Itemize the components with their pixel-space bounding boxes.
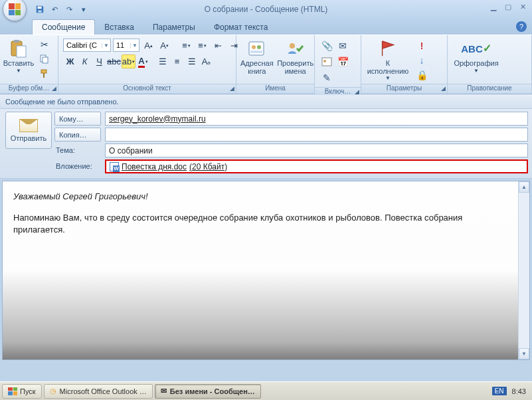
ribbon-tabstrip: Сообщение Вставка Параметры Формат текст… — [0, 19, 532, 35]
start-button[interactable]: Пуск — [2, 384, 42, 399]
close-button[interactable]: ✕ — [517, 3, 528, 11]
attachment-item[interactable]: Повестка дня.doc (20 Кбайт) — [110, 162, 227, 171]
svg-point-15 — [323, 60, 326, 62]
outdent-icon[interactable]: ⇤ — [211, 39, 225, 52]
cc-field[interactable] — [105, 128, 528, 142]
message-body[interactable]: Уважаемый Сергей Григорьевич! Напоминаю … — [3, 181, 518, 359]
svg-rect-7 — [41, 70, 46, 73]
maximize-button[interactable]: ▢ — [503, 3, 513, 11]
bullets-icon[interactable]: ≡▾ — [179, 39, 193, 52]
group-followup: К исполнению ▼ ! ↓ 🔒 Параметры◢ — [361, 35, 448, 94]
address-book-button[interactable]: Адресная книга — [239, 37, 275, 76]
align-left-icon[interactable]: ☰ — [155, 54, 169, 68]
cut-icon[interactable]: ✂ — [38, 38, 51, 51]
followup-label: К исполнению — [367, 60, 409, 75]
align-right-icon[interactable]: ☰ — [185, 54, 199, 68]
scroll-up-icon[interactable]: ▲ — [519, 181, 529, 193]
group-font: Calibri (С▼ 11▼ A▴ A▾ ≡▾ ≡▾ ⇤ ⇥ Ж К Ч ab… — [58, 35, 236, 94]
check-names-icon — [285, 38, 306, 59]
bold-button[interactable]: Ж — [63, 54, 77, 68]
attachment-filename: Повестка дня.doc — [122, 162, 187, 171]
send-button[interactable]: Отправить — [5, 112, 52, 149]
font-color-icon[interactable]: A▾ — [136, 54, 150, 68]
taskbar: Пуск ◷ Microsoft Office Outlook … ✉ Без … — [0, 381, 532, 400]
tab-insert[interactable]: Вставка — [95, 20, 143, 35]
align-center-icon[interactable]: ≡ — [170, 54, 184, 68]
language-indicator[interactable]: EN — [492, 387, 507, 395]
grow-font-icon[interactable]: A▴ — [141, 39, 155, 52]
clear-format-icon[interactable]: Aₐ — [199, 54, 213, 68]
save-icon[interactable] — [33, 3, 46, 16]
scroll-down-icon[interactable]: ▼ — [519, 348, 529, 359]
check-names-label: Проверить имена — [277, 60, 313, 75]
paste-button[interactable]: Вставить ▼ — [3, 37, 35, 75]
dialog-launcher-icon[interactable]: ◢ — [355, 88, 359, 95]
address-book-icon — [246, 38, 268, 59]
chevron-down-icon: ▼ — [474, 68, 479, 74]
business-card-icon[interactable] — [320, 55, 333, 68]
taskbar-item-message[interactable]: ✉ Без имени - Сообщен… — [155, 384, 261, 399]
spelling-icon: ABC✓ — [466, 38, 487, 59]
importance-high-icon[interactable]: ! — [415, 39, 428, 52]
italic-button[interactable]: К — [78, 54, 92, 68]
outlook-icon: ◷ — [50, 387, 56, 395]
group-proofing: ABC✓ Орфография ▼ Правописание — [448, 35, 532, 94]
subject-field[interactable]: О собрании — [105, 144, 528, 157]
importance-low-icon[interactable]: ↓ — [415, 54, 428, 67]
send-label: Отправить — [11, 134, 47, 142]
tab-options[interactable]: Параметры — [143, 20, 205, 35]
attachment-field[interactable]: Повестка дня.doc (20 Кбайт) — [105, 159, 528, 173]
tab-message[interactable]: Сообщение — [32, 19, 95, 35]
svg-rect-14 — [322, 58, 331, 66]
calendar-icon[interactable]: 📅 — [336, 55, 349, 68]
strike-button[interactable]: abc — [107, 54, 121, 68]
help-icon[interactable]: ? — [516, 21, 527, 32]
paste-icon — [8, 38, 29, 59]
vertical-scrollbar[interactable]: ▲ ▼ — [518, 181, 529, 359]
copy-icon[interactable] — [38, 52, 51, 66]
format-painter-icon[interactable] — [38, 67, 51, 80]
check-names-button[interactable]: Проверить имена — [277, 37, 314, 76]
chevron-down-icon: ▼ — [102, 43, 110, 49]
paste-label: Вставить — [3, 60, 35, 68]
svg-rect-8 — [43, 73, 44, 78]
svg-rect-3 — [14, 40, 19, 43]
windows-flag-icon — [8, 387, 17, 395]
minimize-button[interactable]: ▁ — [488, 3, 499, 11]
to-button[interactable]: Кому… — [54, 112, 101, 126]
tab-format[interactable]: Формат текста — [205, 20, 277, 35]
redo-icon[interactable]: ↷ — [62, 3, 76, 16]
undo-icon[interactable]: ↶ — [48, 3, 61, 16]
qat-dropdown-icon[interactable]: ▾ — [77, 3, 90, 16]
chevron-down-icon: ▼ — [130, 43, 139, 49]
dialog-launcher-icon[interactable]: ◢ — [441, 85, 446, 92]
spelling-button[interactable]: ABC✓ Орфография ▼ — [450, 37, 502, 75]
numbering-icon[interactable]: ≡▾ — [195, 39, 209, 52]
taskbar-item-outlook[interactable]: ◷ Microsoft Office Outlook … — [44, 384, 153, 399]
quick-access-toolbar: ↶ ↷ ▾ — [33, 3, 90, 16]
font-name-combo[interactable]: Calibri (С▼ — [63, 39, 111, 52]
attach-item-icon[interactable]: ✉ — [336, 39, 349, 52]
permissions-icon[interactable]: 🔒 — [415, 68, 428, 82]
shrink-font-icon[interactable]: A▾ — [157, 39, 171, 52]
signature-icon[interactable]: ✎ — [320, 71, 333, 84]
to-field[interactable]: sergey_korolev@mymail.ru — [105, 112, 528, 126]
envelope-icon — [19, 119, 38, 132]
followup-flag-button[interactable]: К исполнению ▼ — [364, 37, 412, 82]
attach-file-icon[interactable]: 📎 — [320, 39, 333, 52]
group-clipboard-label: Буфер обм…◢ — [0, 84, 58, 94]
dialog-launcher-icon[interactable]: ◢ — [230, 85, 234, 92]
attachment-label: Вложение: — [54, 159, 101, 173]
group-include-label: Включ…◢ — [315, 87, 361, 95]
underline-button[interactable]: Ч — [92, 54, 106, 68]
highlight-icon[interactable]: ab▾ — [122, 54, 135, 68]
svg-point-10 — [252, 45, 256, 49]
scroll-track[interactable] — [519, 193, 529, 348]
font-size-combo[interactable]: 11▼ — [113, 39, 139, 52]
cc-button[interactable]: Копия… — [54, 128, 101, 142]
dialog-launcher-icon[interactable]: ◢ — [52, 85, 56, 92]
group-font-label: Основной текст◢ — [58, 84, 236, 94]
system-tray: EN 8:43 — [488, 387, 530, 395]
chevron-down-icon: ▼ — [385, 75, 391, 81]
office-logo-icon — [9, 3, 21, 15]
